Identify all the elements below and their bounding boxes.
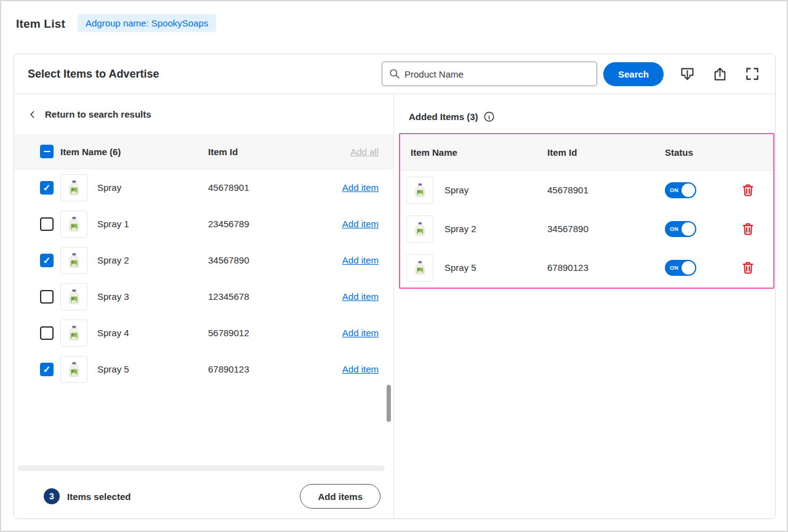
search-button[interactable]: Search bbox=[603, 62, 664, 86]
column-item-name: Item Name bbox=[411, 147, 547, 158]
toggle-on-label: ON bbox=[670, 226, 678, 232]
column-item-id: Item Id bbox=[208, 147, 329, 157]
status-toggle[interactable]: ON bbox=[665, 260, 696, 276]
item-id: 45678901 bbox=[208, 182, 329, 193]
right-table-header: Item Name Item Id Status bbox=[400, 134, 773, 171]
item-name: Spray bbox=[433, 185, 547, 195]
table-row: Spray 4 56789012 Add item bbox=[14, 315, 393, 351]
search-results-panel: Return to search results Item Name (6) I… bbox=[14, 94, 394, 518]
info-icon[interactable] bbox=[483, 111, 495, 123]
add-item-link[interactable]: Add item bbox=[342, 364, 379, 374]
table-row: Spray 2 34567890 ON bbox=[400, 209, 773, 248]
table-row: Spray 2 34567890 Add item bbox=[14, 242, 393, 278]
item-name: Spray bbox=[87, 182, 208, 193]
item-name: Spray 5 bbox=[87, 364, 208, 374]
item-name: Spray 2 bbox=[87, 255, 208, 265]
item-selection-card: Select Items to Advertise Search bbox=[14, 54, 776, 519]
toggle-on-label: ON bbox=[670, 265, 678, 271]
search-input[interactable] bbox=[382, 62, 597, 86]
card-header: Select Items to Advertise Search bbox=[14, 54, 775, 94]
add-item-link[interactable]: Add item bbox=[342, 328, 379, 338]
item-name: Spray 4 bbox=[87, 328, 208, 338]
add-all-link[interactable]: Add all bbox=[350, 147, 379, 157]
delete-item-icon[interactable] bbox=[741, 222, 755, 236]
left-table-header: Item Name (6) Item Id Add all bbox=[14, 134, 393, 169]
row-checkbox[interactable] bbox=[40, 181, 54, 195]
item-id: 67890123 bbox=[208, 364, 329, 374]
item-id: 45678901 bbox=[547, 185, 665, 195]
product-thumbnail bbox=[60, 174, 87, 201]
row-checkbox[interactable] bbox=[40, 326, 54, 340]
item-id: 34567890 bbox=[547, 224, 665, 234]
delete-item-icon[interactable] bbox=[741, 183, 755, 198]
added-items-table: Item Name Item Id Status Spray 45678901 … bbox=[399, 133, 774, 289]
chevron-left-icon bbox=[28, 110, 38, 119]
return-to-search-link[interactable]: Return to search results bbox=[14, 94, 393, 134]
search-icon bbox=[388, 68, 400, 79]
expand-icon[interactable] bbox=[743, 65, 762, 83]
row-checkbox[interactable] bbox=[40, 290, 54, 304]
selected-count-badge: 3 bbox=[44, 488, 60, 504]
table-row: Spray 5 67890123 ON bbox=[400, 248, 773, 287]
column-status: Status bbox=[665, 147, 773, 158]
table-row: Spray 45678901 ON bbox=[400, 171, 773, 209]
added-items-title: Added Items (3) bbox=[409, 111, 478, 122]
selected-label: Items selected bbox=[67, 491, 131, 502]
table-row: Spray 45678901 Add item bbox=[14, 169, 393, 206]
selection-footer: 3 Items selected Add items bbox=[14, 474, 393, 518]
item-name: Spray 2 bbox=[433, 224, 547, 234]
delete-item-icon[interactable] bbox=[741, 260, 755, 275]
item-id: 12345678 bbox=[208, 291, 329, 302]
item-name: Spray 3 bbox=[87, 291, 208, 302]
product-thumbnail bbox=[406, 177, 433, 204]
product-thumbnail bbox=[60, 211, 87, 238]
item-id: 67890123 bbox=[547, 262, 665, 273]
search-box bbox=[382, 62, 597, 86]
upload-icon[interactable] bbox=[710, 65, 729, 83]
row-checkbox[interactable] bbox=[40, 254, 54, 267]
item-name: Spray 1 bbox=[87, 219, 208, 229]
item-id: 23456789 bbox=[208, 219, 329, 229]
product-thumbnail bbox=[406, 216, 433, 243]
item-id: 56789012 bbox=[208, 328, 329, 338]
page-title: Item List bbox=[16, 17, 65, 31]
product-thumbnail bbox=[60, 247, 87, 274]
return-label: Return to search results bbox=[45, 109, 151, 119]
download-icon[interactable] bbox=[678, 65, 696, 83]
column-item-name: Item Name (6) bbox=[54, 147, 208, 157]
add-items-button[interactable]: Add items bbox=[300, 484, 380, 509]
table-row: Spray 3 12345678 Add item bbox=[14, 278, 393, 315]
added-items-panel: Added Items (3) Item Name Item Id Status bbox=[394, 94, 775, 518]
add-item-link[interactable]: Add item bbox=[342, 291, 379, 302]
table-row: Spray 5 67890123 Add item bbox=[14, 351, 393, 387]
row-checkbox[interactable] bbox=[40, 363, 54, 376]
status-toggle[interactable]: ON bbox=[665, 182, 696, 198]
toggle-knob bbox=[681, 222, 695, 236]
toggle-knob bbox=[681, 261, 695, 275]
row-checkbox[interactable] bbox=[40, 217, 54, 231]
toggle-knob bbox=[681, 183, 695, 197]
product-thumbnail bbox=[60, 320, 87, 347]
card-title: Select Items to Advertise bbox=[28, 68, 159, 81]
vertical-scrollbar[interactable] bbox=[387, 385, 391, 422]
add-item-link[interactable]: Add item bbox=[342, 255, 379, 265]
product-thumbnail bbox=[406, 254, 433, 281]
product-thumbnail bbox=[60, 356, 87, 383]
adgroup-badge: Adgroup name: SpookySoaps bbox=[78, 14, 216, 32]
horizontal-scrollbar[interactable] bbox=[17, 465, 385, 471]
table-row: Spray 1 23456789 Add item bbox=[14, 206, 393, 242]
status-toggle[interactable]: ON bbox=[665, 221, 696, 237]
column-item-id: Item Id bbox=[547, 147, 665, 158]
toggle-on-label: ON bbox=[670, 187, 678, 193]
add-item-link[interactable]: Add item bbox=[342, 219, 379, 229]
add-item-link[interactable]: Add item bbox=[342, 182, 379, 193]
item-id: 34567890 bbox=[208, 255, 329, 265]
item-name: Spray 5 bbox=[433, 262, 547, 273]
select-all-checkbox[interactable] bbox=[40, 145, 54, 158]
product-thumbnail bbox=[60, 283, 87, 310]
